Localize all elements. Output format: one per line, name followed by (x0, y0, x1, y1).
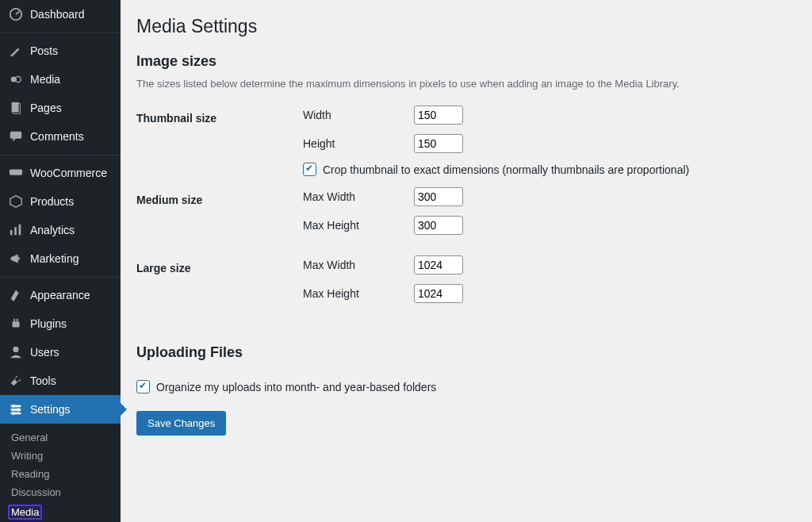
sidebar-item-label: WooCommerce (30, 167, 107, 179)
submenu-item-reading[interactable]: Reading (0, 465, 121, 483)
svg-rect-18 (17, 408, 19, 412)
marketing-icon (8, 251, 24, 267)
sidebar-item-label: Posts (30, 44, 58, 57)
products-icon (8, 194, 24, 209)
sidebar-item-media[interactable]: Media (0, 65, 121, 94)
menu-separator (0, 29, 121, 33)
sidebar-item-label: Products (30, 195, 74, 208)
settings-submenu: General Writing Reading Discussion Media… (0, 424, 121, 522)
sidebar-item-label: Appearance (30, 289, 90, 301)
users-icon (8, 344, 24, 360)
sidebar-item-label: Analytics (30, 224, 75, 236)
svg-rect-12 (17, 319, 18, 322)
dashboard-icon (8, 6, 24, 22)
woocommerce-icon (8, 165, 24, 181)
settings-icon (8, 401, 24, 417)
svg-rect-14 (11, 405, 21, 408)
thumbnail-width-input[interactable] (414, 106, 463, 125)
submenu-item-media[interactable]: Media (0, 501, 121, 522)
comments-icon (8, 129, 24, 144)
thumbnail-crop-checkbox[interactable] (303, 163, 316, 176)
analytics-icon (8, 222, 24, 238)
sidebar-item-label: Pages (30, 102, 62, 114)
submenu-item-discussion[interactable]: Discussion (0, 483, 121, 501)
thumbnail-width-label: Width (303, 109, 414, 121)
medium-width-label: Max Width (303, 190, 414, 203)
sidebar-item-comments[interactable]: Comments (0, 122, 121, 151)
thumbnail-group-label: Thumbnail size (136, 106, 303, 187)
large-height-label: Max Height (303, 287, 414, 300)
content-area: Media Settings Image sizes The sizes lis… (121, 0, 812, 522)
svg-rect-16 (11, 413, 21, 415)
pages-icon (8, 100, 24, 116)
sidebar-item-analytics[interactable]: Analytics (0, 216, 121, 244)
large-width-label: Max Width (303, 259, 414, 271)
medium-group-label: Medium size (136, 187, 303, 255)
sidebar-item-label: Plugins (30, 317, 67, 330)
sidebar-item-label: Dashboard (30, 8, 85, 21)
sidebar-item-label: Tools (30, 374, 56, 387)
sidebar-item-pages[interactable]: Pages (0, 94, 121, 122)
medium-height-input[interactable] (414, 216, 463, 235)
sidebar-item-posts[interactable]: Posts (0, 36, 121, 65)
thumbnail-height-label: Height (303, 137, 414, 150)
submenu-item-writing[interactable]: Writing (0, 447, 121, 465)
thumbnail-height-input[interactable] (414, 134, 463, 153)
svg-rect-6 (10, 170, 22, 175)
thumbnail-crop-label: Crop thumbnail to exact dimensions (norm… (323, 163, 689, 176)
sidebar-item-woocommerce[interactable]: WooCommerce (0, 159, 121, 187)
svg-rect-7 (10, 230, 13, 235)
sidebar-item-plugins[interactable]: Plugins (0, 309, 121, 338)
sidebar-item-products[interactable]: Products (0, 187, 121, 216)
image-sizes-description: The sizes listed below determine the max… (136, 78, 796, 90)
large-height-input[interactable] (414, 284, 463, 303)
sidebar-item-label: Media (30, 73, 60, 86)
sidebar-item-settings[interactable]: Settings (0, 395, 121, 424)
sidebar-item-label: Marketing (30, 252, 79, 265)
sidebar-item-dashboard[interactable]: Dashboard (0, 0, 121, 29)
plugins-icon (8, 316, 24, 332)
svg-rect-5 (10, 132, 21, 139)
image-sizes-table: Thumbnail size Width Height Crop thumbna… (136, 106, 796, 324)
medium-width-input[interactable] (414, 187, 463, 206)
svg-rect-11 (13, 319, 15, 322)
sidebar-item-tools[interactable]: Tools (0, 367, 121, 395)
sidebar-item-appearance[interactable]: Appearance (0, 281, 121, 309)
organize-uploads-label: Organize my uploads into month- and year… (156, 381, 436, 393)
large-width-input[interactable] (414, 255, 463, 274)
large-group-label: Large size (136, 255, 303, 324)
sidebar-item-users[interactable]: Users (0, 338, 121, 367)
admin-sidebar: Dashboard Posts Media Pages Comments Woo… (0, 0, 121, 522)
svg-rect-9 (19, 225, 21, 236)
svg-rect-17 (13, 405, 14, 409)
page-title: Media Settings (136, 16, 796, 37)
menu-separator (0, 273, 121, 278)
sidebar-item-label: Settings (30, 403, 71, 416)
medium-height-label: Max Height (303, 219, 414, 232)
image-sizes-heading: Image sizes (136, 53, 796, 70)
appearance-icon (8, 287, 24, 303)
svg-rect-19 (13, 412, 14, 416)
svg-rect-15 (11, 409, 21, 411)
sidebar-item-label: Users (30, 346, 59, 359)
uploading-files-heading: Uploading Files (136, 344, 796, 361)
tools-icon (8, 373, 24, 389)
submenu-item-general[interactable]: General (0, 428, 121, 447)
organize-uploads-checkbox[interactable] (136, 380, 150, 393)
svg-point-13 (13, 347, 18, 352)
media-icon (8, 71, 24, 87)
highlight-annotation: Media (8, 505, 42, 520)
menu-separator (0, 151, 121, 155)
sidebar-item-label: Comments (30, 130, 84, 143)
svg-rect-10 (13, 321, 20, 327)
save-changes-button[interactable]: Save Changes (136, 411, 226, 436)
posts-icon (8, 43, 24, 59)
sidebar-item-marketing[interactable]: Marketing (0, 244, 121, 273)
svg-rect-8 (14, 227, 17, 235)
